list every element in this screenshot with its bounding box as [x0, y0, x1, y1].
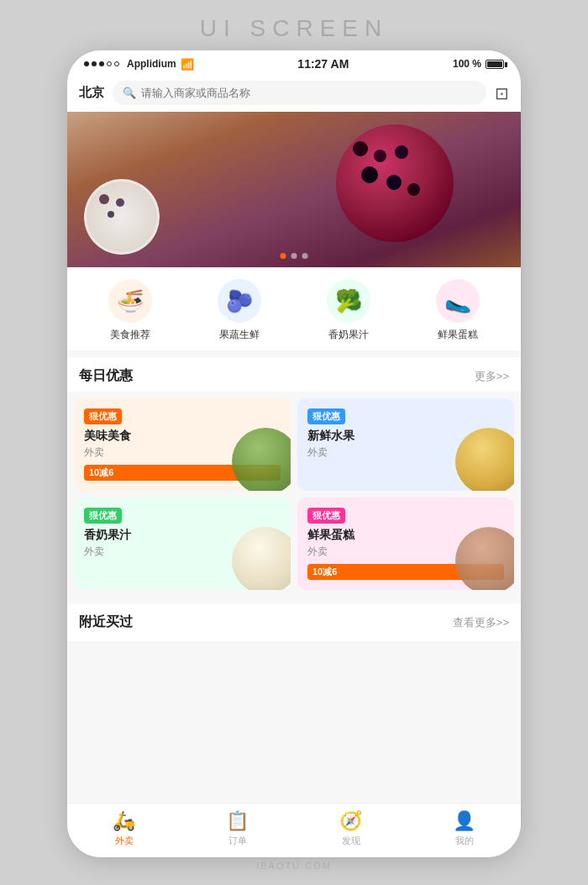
category-juice-icon-wrapper: 🥦 [327, 279, 370, 323]
signal-dot-4 [107, 61, 112, 66]
discover-icon: 🧭 [339, 810, 362, 832]
banner [67, 112, 521, 267]
nav-item-takeout[interactable]: 🛵 外卖 [67, 810, 181, 847]
deal-badge-fruit: 狠优惠 [307, 408, 345, 424]
deal-img-food [232, 428, 291, 491]
category-veggie[interactable]: 🫐 果蔬生鲜 [185, 279, 294, 342]
nav-item-orders[interactable]: 📋 订单 [181, 810, 294, 847]
status-time: 11:27 AM [297, 57, 349, 71]
search-icon: 🔍 [123, 87, 136, 99]
header: 北京 🔍 ⊡ [67, 74, 521, 112]
nearby-title: 附近买过 [79, 614, 133, 631]
nearby-more-link[interactable]: 查看更多>> [453, 615, 509, 630]
deals-section-title: 每日优惠 [79, 367, 133, 385]
deal-img-fruit [455, 428, 514, 491]
category-juice-label: 香奶果汁 [328, 328, 369, 342]
category-cake-label: 鲜果蛋糕 [438, 328, 478, 342]
takeout-icon: 🛵 [113, 810, 135, 832]
nav-label-orders: 订单 [228, 835, 247, 847]
cake-icon: 🥿 [444, 288, 471, 314]
nav-label-takeout: 外卖 [115, 835, 134, 847]
deal-badge-cake: 狠优惠 [307, 508, 345, 524]
nearby-header: 附近买过 查看更多>> [79, 614, 509, 631]
veggie-icon: 🫐 [226, 288, 253, 314]
banner-dot-3[interactable] [302, 253, 308, 259]
category-cake-icon-wrapper: 🥿 [436, 279, 480, 323]
ui-screen-label: UI SCREEN [200, 15, 388, 42]
banner-dots [281, 253, 308, 259]
category-juice[interactable]: 🥦 香奶果汁 [294, 279, 403, 342]
deal-card-fruit[interactable]: 狠优惠 新鲜水果 外卖 [297, 398, 514, 491]
deals-more-link[interactable]: 更多>> [475, 369, 509, 384]
category-cake[interactable]: 🥿 鲜果蛋糕 [403, 279, 512, 342]
deal-img-cake [455, 527, 514, 590]
daily-deals-section: 每日优惠 更多>> 狠优惠 美味美食 外卖 10减6 狠优惠 新鲜水果 外卖 狠… [67, 350, 521, 597]
category-veggie-icon-wrapper: 🫐 [218, 279, 261, 323]
profile-icon: 👤 [453, 810, 475, 832]
orders-icon: 📋 [226, 810, 249, 832]
deal-badge-juice: 狠优惠 [84, 508, 122, 524]
deal-badge-food: 狠优惠 [84, 408, 122, 424]
nav-item-profile[interactable]: 👤 我的 [407, 810, 521, 847]
search-input[interactable] [141, 87, 476, 99]
category-food[interactable]: 🍜 美食推荐 [76, 279, 185, 342]
signal-dot-2 [92, 61, 97, 66]
category-food-icon-wrapper: 🍜 [108, 279, 152, 323]
status-left: Applidium 📶 [84, 58, 194, 71]
category-food-label: 美食推荐 [110, 328, 150, 342]
watermark-bottom: IBAOTU.COM [256, 861, 332, 871]
signal-dot-3 [99, 61, 104, 66]
banner-image [67, 112, 521, 267]
deal-img-juice [232, 527, 291, 590]
categories: 🍜 美食推荐 🫐 果蔬生鲜 🥦 香奶果汁 🥿 鲜果蛋糕 [67, 267, 521, 350]
deal-card-food[interactable]: 狠优惠 美味美食 外卖 10减6 [74, 398, 291, 491]
search-bar[interactable]: 🔍 [113, 81, 486, 105]
nearby-section: 附近买过 查看更多>> [67, 603, 521, 641]
deal-card-cake[interactable]: 狠优惠 鲜果蛋糕 外卖 10减6 [297, 498, 514, 590]
city-label: 北京 [79, 85, 104, 101]
signal-dot-1 [84, 61, 89, 66]
signal-dot-5 [114, 61, 119, 66]
juice-icon: 🥦 [335, 288, 362, 314]
deals-section-header: 每日优惠 更多>> [67, 357, 521, 392]
deals-grid: 狠优惠 美味美食 外卖 10减6 狠优惠 新鲜水果 外卖 狠优惠 香奶果汁 外卖 [67, 392, 521, 597]
status-bar: Applidium 📶 11:27 AM 100 % [67, 50, 521, 74]
banner-dot-1[interactable] [281, 253, 286, 259]
bottom-nav: 🛵 外卖 📋 订单 🧭 发现 👤 我的 [67, 803, 521, 857]
battery-percent: 100 % [453, 58, 481, 70]
nav-label-discover: 发现 [342, 835, 360, 847]
phone-frame: Applidium 📶 11:27 AM 100 % 北京 🔍 ⊡ [67, 50, 521, 857]
category-veggie-label: 果蔬生鲜 [219, 328, 260, 342]
battery-icon [486, 60, 504, 69]
deal-card-juice[interactable]: 狠优惠 香奶果汁 外卖 [74, 498, 291, 590]
nav-label-profile: 我的 [455, 835, 474, 847]
carrier-name: Applidium [127, 58, 176, 70]
status-right: 100 % [453, 58, 504, 70]
banner-dot-2[interactable] [291, 253, 297, 259]
wifi-icon: 📶 [181, 58, 194, 71]
qr-scan-icon[interactable]: ⊡ [495, 83, 509, 103]
food-icon: 🍜 [117, 288, 144, 314]
nav-item-discover[interactable]: 🧭 发现 [294, 810, 407, 847]
